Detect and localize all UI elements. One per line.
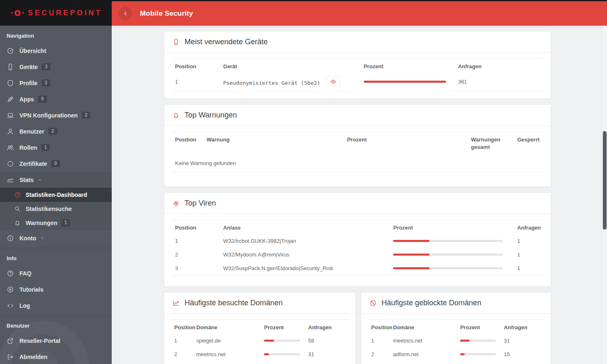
nav-section-navigation: Navigation — [0, 26, 112, 43]
table-row: 3 W32/SuspPack.N.gen!Eldorado|Security_R… — [173, 261, 542, 275]
phone-icon — [7, 63, 14, 71]
position-cell: 1 — [173, 234, 221, 248]
play-circle-icon — [7, 286, 14, 293]
position-cell: 2 — [369, 347, 391, 361]
progress-bar — [393, 254, 502, 256]
column-header: Gesperrt — [515, 132, 542, 154]
sidebar-item-tutorials[interactable]: Tutorials — [0, 281, 112, 297]
scrollbar-thumb[interactable] — [603, 131, 607, 230]
card-top-viruses: Top Viren Position Anlass Prozent Anfrag… — [164, 192, 551, 287]
cause-cell: W32/SuspPack.N.gen!Eldorado|Security_Ris… — [221, 261, 391, 275]
sidebar-item-benutzer[interactable]: Benutzer 2 — [0, 123, 112, 139]
device-cell: Pseudonymisiertes Gerät (5be2) — [221, 73, 361, 91]
sidebar-item-label: Stats — [19, 177, 34, 183]
top-bar: Mobile Security — [112, 0, 607, 26]
table-header-row: Position Anlass Prozent Anfragen — [173, 220, 542, 234]
sidebar-item-statistikensuche[interactable]: Statistikensuche — [0, 202, 112, 216]
sidebar-item-abmelden[interactable]: Abmelden — [0, 349, 112, 364]
user-icon — [7, 128, 14, 135]
sidebar-item-uebersicht[interactable]: Übersicht — [0, 43, 112, 59]
sidebar-item-apps[interactable]: Apps 9 — [0, 91, 112, 107]
sidebar-item-profile[interactable]: Profile 3 — [0, 75, 112, 91]
domain-cell: adform.net — [391, 347, 458, 361]
sidebar-item-label: Konto — [19, 235, 36, 242]
position-cell: 3 — [173, 261, 221, 275]
progress-bar — [264, 353, 300, 355]
sidebar-item-log[interactable]: Log — [0, 297, 112, 314]
progress-bar — [393, 240, 502, 242]
requests-cell: 31 — [306, 347, 348, 361]
view-device-button[interactable] — [326, 77, 341, 87]
table-row: 2 adform.net 15 — [369, 347, 543, 361]
card-title: Top Warnungen — [185, 111, 237, 120]
table-header-row: Position Warnung Prozent Warnungen gesam… — [173, 132, 542, 154]
domain-cell: spiegel.de — [194, 334, 262, 347]
sidebar-item-vpn-konfigurationen[interactable]: VPN Konfigurationen 2 — [0, 107, 112, 123]
logout-icon — [7, 353, 14, 361]
line-chart-icon — [173, 299, 180, 307]
count-badge: 0 — [51, 160, 60, 167]
sidebar-item-label: Geräte — [19, 64, 38, 70]
position-cell: 2 — [172, 347, 194, 361]
column-header: Anfragen — [456, 59, 542, 73]
table-row: 1 spiegel.de 58 — [172, 334, 348, 347]
bell-icon — [14, 220, 21, 226]
domain-cell: meetrics.net — [194, 347, 262, 361]
column-header: Prozent — [262, 319, 306, 334]
requests-cell: 1 — [515, 234, 542, 248]
sidebar-item-label: Rollen — [19, 144, 37, 151]
phone-icon — [173, 38, 180, 46]
brand-logo[interactable]: SECUREPOINT — [0, 0, 112, 26]
progress-bar — [364, 81, 446, 83]
position-cell: 1 — [172, 334, 194, 347]
requests-cell: 1 — [515, 248, 542, 261]
shield-icon — [7, 79, 14, 87]
position-cell: 1 — [369, 334, 391, 347]
ban-icon — [369, 299, 377, 307]
table-header-row: Position Domäne Prozent Anfragen — [172, 319, 348, 334]
position-cell: 2 — [173, 248, 221, 261]
card-title: Top Viren — [185, 199, 216, 208]
table-row: 1 meetrics.net 31 — [369, 334, 543, 347]
sidebar: SECUREPOINT Navigation Übersicht Geräte … — [0, 0, 112, 364]
table-header-row: Position Domäne Prozent Anfragen — [369, 319, 543, 334]
column-header: Domäne — [391, 319, 458, 334]
back-button[interactable] — [118, 7, 132, 20]
sidebar-item-zertifikate[interactable]: Zertifikate 0 — [0, 156, 112, 172]
progress-bar — [393, 267, 502, 269]
sidebar-item-konto[interactable]: Konto — [0, 230, 112, 246]
sidebar-item-statistiken-dashboard[interactable]: Statistiken-Dashboard — [0, 188, 112, 202]
column-header: Anfragen — [501, 319, 543, 334]
eye-icon — [330, 79, 336, 85]
cause-cell: W32/Mydoom.A@mm|Virus — [221, 248, 391, 261]
main-content: Meist verwendete Geräte Position Gerät P… — [112, 26, 607, 364]
table-row: 2 W32/Mydoom.A@mm|Virus 1 — [173, 248, 542, 261]
domain-cell: meetrics.net — [391, 334, 458, 347]
table-row: 1 Pseudonymisiertes Gerät (5be2) 361 — [173, 73, 542, 91]
bell-icon — [173, 112, 180, 119]
requests-cell: 31 — [501, 334, 543, 347]
code-icon — [7, 302, 14, 309]
chevron-down-icon — [37, 177, 43, 183]
sidebar-item-faq[interactable]: FAQ — [0, 265, 112, 281]
brand-mark-dot — [11, 12, 13, 14]
vertical-scrollbar[interactable] — [602, 26, 607, 364]
device-name: Pseudonymisiertes Gerät (5be2) — [223, 80, 320, 86]
area-chart-icon — [7, 176, 14, 184]
blocked-domains-table: Position Domäne Prozent Anfragen 1 meetr… — [369, 319, 543, 361]
sidebar-item-reseller-portal[interactable]: Reseller-Portal — [0, 333, 112, 349]
search-icon — [14, 206, 21, 212]
nav-section-benutzer: Benutzer — [0, 316, 112, 333]
sidebar-item-stats[interactable]: Stats — [0, 172, 112, 188]
sidebar-item-label: Übersicht — [19, 48, 46, 54]
column-header: Anfragen — [306, 319, 348, 334]
sidebar-item-rollen[interactable]: Rollen 1 — [0, 139, 112, 156]
requests-cell: 361 — [456, 73, 542, 91]
visited-domains-table: Position Domäne Prozent Anfragen 1 spieg… — [172, 319, 348, 361]
cause-cell: W32/Ircbot.GUKK-3982|Trojan — [221, 234, 391, 248]
column-header: Prozent — [391, 220, 514, 234]
percent-cell — [458, 334, 501, 347]
sidebar-item-warnungen[interactable]: Warnungen 1 — [0, 216, 112, 230]
sidebar-item-geraete[interactable]: Geräte 3 — [0, 59, 112, 75]
table-row: 2 meetrics.net 31 — [172, 347, 348, 361]
